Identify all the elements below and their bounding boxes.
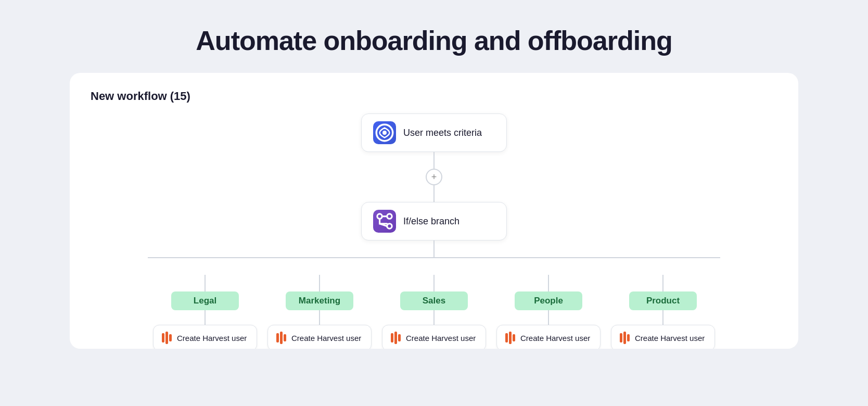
branch-label-sales: Sales (400, 291, 468, 310)
svg-point-1 (382, 131, 387, 135)
harvest-icon-legal (162, 332, 172, 344)
workflow-title: New workflow (15) (91, 90, 777, 103)
harvest-node-legal[interactable]: Create Harvest user (153, 325, 257, 349)
harvest-label-sales: Create Harvest user (406, 334, 476, 342)
branch-legal: Legal Create Harvest user (153, 275, 257, 349)
ifelse-node[interactable]: If/else branch (361, 202, 507, 240)
criteria-node[interactable]: User meets criteria (361, 113, 507, 152)
criteria-node-label: User meets criteria (403, 128, 482, 138)
flow-area: User meets criteria + If/else branch (91, 113, 777, 349)
harvest-node-product[interactable]: Create Harvest user (611, 325, 715, 349)
harvest-label-legal: Create Harvest user (177, 334, 247, 342)
connector-1 (433, 152, 435, 169)
harvest-node-people[interactable]: Create Harvest user (496, 325, 601, 349)
branch-marketing: Marketing Create Harvest user (267, 275, 372, 349)
branch-section: Legal Create Harvest user Marketing (91, 240, 777, 349)
branch-label-people: People (515, 291, 582, 310)
ifelse-node-label: If/else branch (403, 216, 459, 227)
harvest-icon-marketing (276, 332, 286, 344)
connector-2 (433, 185, 435, 202)
harvest-icon-sales (391, 332, 401, 344)
branch-label-legal: Legal (171, 291, 239, 310)
harvest-node-sales[interactable]: Create Harvest user (382, 325, 486, 349)
branch-icon (373, 210, 396, 233)
branch-people: People Create Harvest user (496, 275, 601, 349)
harvest-node-marketing[interactable]: Create Harvest user (267, 325, 372, 349)
harvest-icon-product (620, 332, 630, 344)
connector-to-branches (433, 240, 435, 257)
branch-product: Product Create Harvest user (611, 275, 715, 349)
workflow-panel: New workflow (15) User meets criteria + (70, 73, 798, 349)
harvest-icon-people (505, 332, 515, 344)
criteria-icon (373, 121, 396, 144)
branch-label-product: Product (629, 291, 697, 310)
branches-row: Legal Create Harvest user Marketing (91, 258, 777, 349)
branch-label-marketing: Marketing (286, 291, 353, 310)
add-step-button[interactable]: + (426, 169, 442, 185)
page-title: Automate onboarding and offboarding (196, 25, 672, 56)
branch-horizontal-line (148, 257, 720, 258)
harvest-label-marketing: Create Harvest user (291, 334, 361, 342)
harvest-label-product: Create Harvest user (635, 334, 705, 342)
harvest-label-people: Create Harvest user (520, 334, 590, 342)
branch-sales: Sales Create Harvest user (382, 275, 486, 349)
